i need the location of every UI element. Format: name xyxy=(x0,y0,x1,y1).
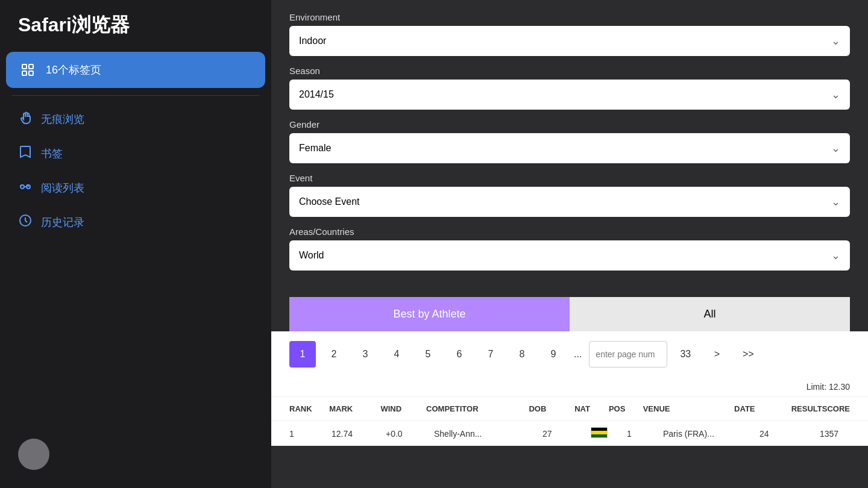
svg-rect-2 xyxy=(22,71,27,75)
page-number-input[interactable] xyxy=(589,341,667,368)
season-label: Season xyxy=(289,66,850,76)
event-select[interactable]: Choose Event ⌄ xyxy=(289,187,850,217)
page-9-button[interactable]: 9 xyxy=(540,341,567,368)
main-content: Environment Indoor ⌄ Season 2014/15 ⌄ Ge… xyxy=(271,0,868,488)
bookmark-icon xyxy=(18,145,33,162)
cell-mark: 12.74 xyxy=(332,429,386,439)
areas-value: World xyxy=(299,250,324,261)
gender-filter-group: Gender Female ⌄ xyxy=(289,119,850,163)
sidebar-title: Safari浏览器 xyxy=(0,6,271,51)
private-label: 无痕浏览 xyxy=(41,112,84,127)
col-rank-header: RANK xyxy=(289,404,329,413)
page-1-button[interactable]: 1 xyxy=(289,341,316,368)
page-4-button[interactable]: 4 xyxy=(383,341,410,368)
page-6-button[interactable]: 6 xyxy=(446,341,473,368)
cell-competitor: Shelly-Ann... xyxy=(434,429,542,439)
sidebar: Safari浏览器 16个标签页 无痕浏览 xyxy=(0,0,271,488)
svg-rect-0 xyxy=(22,64,27,69)
page-2-button[interactable]: 2 xyxy=(321,341,347,368)
cell-dob: 27 xyxy=(542,429,591,439)
col-wind-header: WIND xyxy=(380,404,426,413)
col-competitor-header: COMPETITOR xyxy=(426,404,529,413)
hand-icon xyxy=(18,110,33,128)
areas-filter-group: Areas/Countries World ⌄ xyxy=(289,227,850,271)
environment-label: Environment xyxy=(289,12,850,22)
pagination-section: 1 2 3 4 5 6 7 8 9 ... 33 > >> xyxy=(271,331,868,377)
season-select[interactable]: 2014/15 ⌄ xyxy=(289,80,850,110)
environment-chevron-icon: ⌄ xyxy=(831,34,840,48)
event-filter-group: Event Choose Event ⌄ xyxy=(289,173,850,217)
col-pos-header: POS xyxy=(609,404,643,413)
environment-select[interactable]: Indoor ⌄ xyxy=(289,26,850,56)
season-value: 2014/15 xyxy=(299,89,334,100)
table-row: 1 12.74 +0.0 Shelly-Ann... 27 1 Paris (F… xyxy=(271,421,868,446)
page-8-button[interactable]: 8 xyxy=(509,341,535,368)
event-label: Event xyxy=(289,173,850,183)
sidebar-tabs-item[interactable]: 16个标签页 xyxy=(6,52,265,88)
sidebar-item-bookmarks[interactable]: 书签 xyxy=(0,136,271,170)
areas-chevron-icon: ⌄ xyxy=(831,249,840,262)
page-3-button[interactable]: 3 xyxy=(352,341,379,368)
reading-label: 阅读列表 xyxy=(41,181,84,195)
cell-nat xyxy=(591,427,627,440)
history-label: 历史记录 xyxy=(41,215,84,230)
environment-filter-group: Environment Indoor ⌄ xyxy=(289,12,850,56)
sidebar-divider xyxy=(12,95,259,96)
view-toggle: Best by Athlete All xyxy=(289,297,850,331)
svg-rect-1 xyxy=(29,64,33,69)
page-5-button[interactable]: 5 xyxy=(415,341,441,368)
col-mark-header: MARK xyxy=(329,404,380,413)
sidebar-tabs-label: 16个标签页 xyxy=(46,63,101,77)
event-value: Choose Event xyxy=(299,196,360,207)
flag-jam xyxy=(591,427,608,438)
cell-wind: +0.0 xyxy=(386,429,434,439)
col-venue-header: VENUE xyxy=(643,404,734,413)
sidebar-bottom xyxy=(0,427,271,482)
sidebar-item-reading[interactable]: 阅读列表 xyxy=(0,170,271,205)
filter-section: Environment Indoor ⌄ Season 2014/15 ⌄ Ge… xyxy=(271,0,868,292)
glasses-icon xyxy=(18,179,33,196)
table-header: RANK MARK WIND COMPETITOR DOB NAT POS VE… xyxy=(271,396,868,421)
gender-select[interactable]: Female ⌄ xyxy=(289,133,850,163)
page-ellipsis: ... xyxy=(571,349,584,360)
areas-label: Areas/Countries xyxy=(289,227,850,237)
limit-text: Limit: 12.30 xyxy=(271,377,868,396)
grid-icon xyxy=(18,60,37,80)
areas-select[interactable]: World ⌄ xyxy=(289,240,850,271)
page-7-button[interactable]: 7 xyxy=(477,341,504,368)
event-chevron-icon: ⌄ xyxy=(831,195,840,208)
col-date-header: DATE xyxy=(734,404,791,413)
gender-label: Gender xyxy=(289,119,850,130)
col-dob-header: DOB xyxy=(529,404,574,413)
best-by-athlete-button[interactable]: Best by Athlete xyxy=(289,297,570,331)
bookmarks-label: 书签 xyxy=(41,146,63,161)
sidebar-item-private[interactable]: 无痕浏览 xyxy=(0,102,271,136)
last-button[interactable]: >> xyxy=(735,341,761,368)
gender-value: Female xyxy=(299,143,331,154)
season-filter-group: Season 2014/15 ⌄ xyxy=(289,66,850,110)
cell-rank: 1 xyxy=(289,429,332,439)
cell-pos: 1 xyxy=(627,429,663,439)
scroll-handle[interactable] xyxy=(18,439,49,470)
next-button[interactable]: > xyxy=(703,341,730,368)
all-button[interactable]: All xyxy=(570,297,850,331)
col-resultscore-header: RESULTSCORE xyxy=(791,404,850,413)
season-chevron-icon: ⌄ xyxy=(831,88,840,101)
cell-venue: Paris (FRA)... xyxy=(663,429,760,439)
gender-chevron-icon: ⌄ xyxy=(831,142,840,155)
cell-resultscore: 1357 xyxy=(820,429,850,439)
cell-date: 24 xyxy=(760,429,820,439)
environment-value: Indoor xyxy=(299,36,326,46)
col-nat-header: NAT xyxy=(574,404,609,413)
clock-icon xyxy=(18,213,33,231)
sidebar-item-history[interactable]: 历史记录 xyxy=(0,205,271,239)
last-page-button[interactable]: 33 xyxy=(672,341,699,368)
svg-rect-3 xyxy=(29,71,33,75)
